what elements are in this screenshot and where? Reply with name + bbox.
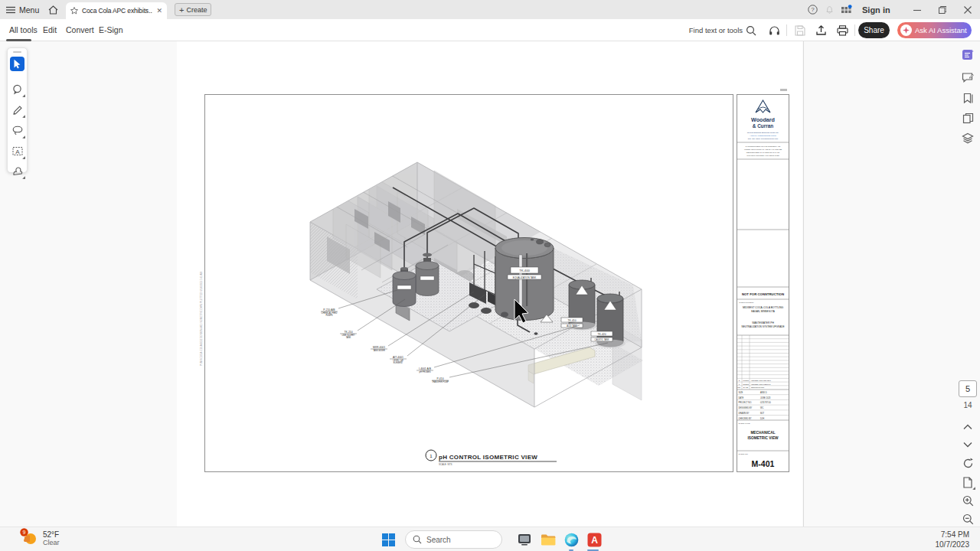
- home-icon: [48, 5, 58, 15]
- page-view-button[interactable]: [961, 475, 975, 489]
- pages-panel-button[interactable]: [961, 111, 975, 125]
- svg-text:PUMPS: PUMPS: [325, 314, 332, 317]
- document-tab[interactable]: Coca Cola APC exhibits... ✕: [66, 2, 167, 19]
- select-tool-button[interactable]: [10, 57, 24, 71]
- draw-tool-button[interactable]: [10, 103, 24, 117]
- task-view-button[interactable]: [516, 531, 533, 548]
- sign-in-button[interactable]: Sign in: [862, 2, 890, 17]
- task-view-icon: [518, 533, 531, 546]
- panel-divider: [803, 41, 804, 527]
- stamp-icon: [12, 166, 23, 176]
- next-page-button[interactable]: [961, 438, 975, 452]
- ask-ai-label: Ask AI Assistant: [915, 26, 967, 34]
- folder-icon: [541, 533, 556, 546]
- svg-text:SHEET TITLE: SHEET TITLE: [739, 422, 750, 425]
- acrobat-window: Menu Coca Cola APC exhibits... ✕ + Creat…: [0, 0, 980, 551]
- svg-text:DJH: DJH: [760, 417, 764, 420]
- svg-text:A: A: [15, 148, 20, 155]
- comment-tool-button[interactable]: [10, 82, 24, 96]
- bookmarks-panel-button[interactable]: [961, 91, 975, 105]
- page-number-input[interactable]: 5: [959, 380, 977, 397]
- plot-stamp: P:\MN\COCA-COLA\0231787.00\M-401 ISOMETR…: [200, 271, 203, 366]
- upload-share-button[interactable]: [815, 24, 828, 37]
- svg-text:LEVEL / pH: LEVEL / pH: [393, 359, 403, 362]
- clock-date: 10/7/2023: [936, 540, 970, 550]
- tab-convert[interactable]: Convert: [66, 19, 94, 41]
- zoom-in-button[interactable]: [961, 494, 975, 507]
- svg-text:800.426.4262 | woodardcurran.c: 800.426.4262 | woodardcurran.com: [748, 138, 778, 140]
- sheet-title-1: MECHANICAL: [750, 431, 775, 435]
- svg-text:AIT-4001: AIT-4001: [393, 356, 403, 359]
- highlight-tool-button[interactable]: [10, 123, 24, 138]
- tab-edit[interactable]: Edit: [43, 19, 57, 41]
- lasso-icon: [12, 126, 23, 135]
- search-tool-button[interactable]: [744, 24, 757, 37]
- close-button[interactable]: [956, 0, 979, 19]
- comments-panel-button[interactable]: [961, 70, 975, 84]
- svg-text:DATE: DATE: [739, 396, 744, 399]
- ai-summary-panel-button[interactable]: [961, 48, 975, 62]
- all-tools-label: All tools: [9, 25, 38, 34]
- svg-text:0231787.00: 0231787.00: [760, 401, 771, 404]
- taskbar-search[interactable]: Search: [405, 530, 502, 549]
- svg-text:A: A: [591, 534, 598, 545]
- help-icon: ?: [808, 5, 818, 15]
- menu-button[interactable]: Menu: [6, 2, 39, 17]
- notifications-button[interactable]: [822, 2, 836, 17]
- svg-text:ANSI D: ANSI D: [760, 391, 767, 394]
- svg-text:MJT: MJT: [760, 412, 764, 415]
- caption-title: pH CONTROL ISOMETRIC VIEW: [439, 454, 537, 461]
- tab-close-icon[interactable]: ✕: [156, 8, 162, 15]
- upload-icon: [815, 24, 827, 36]
- save-button[interactable]: [793, 24, 806, 37]
- home-button[interactable]: [44, 2, 61, 17]
- select-arrow-icon: [13, 59, 21, 69]
- svg-text:DATE: DATE: [743, 386, 749, 389]
- previous-page-button[interactable]: [961, 420, 975, 434]
- help-button[interactable]: ?: [805, 2, 819, 17]
- svg-text:CLIENT/PROJECT: CLIENT/PROJECT: [739, 302, 754, 303]
- read-aloud-button[interactable]: [768, 24, 781, 37]
- taskbar-clock[interactable]: 7:54 PM 10/7/2023: [936, 530, 970, 549]
- acrobat-taskbar-button[interactable]: A: [586, 531, 603, 548]
- svg-text:TRANSFER PUMP: TRANSFER PUMP: [432, 380, 449, 383]
- file-explorer-button[interactable]: [540, 531, 557, 548]
- find-text-button[interactable]: Find text or tools: [689, 19, 743, 41]
- svg-text:35 New England Business Center: 35 New England Business Center Dr.: [747, 132, 779, 134]
- apps-grid-icon: [841, 5, 852, 15]
- windows-logo-icon: [382, 533, 395, 546]
- zoom-out-button[interactable]: [961, 512, 975, 526]
- start-button[interactable]: [380, 531, 397, 548]
- svg-text:ISSUED FOR PERMIT: ISSUED FOR PERMIT: [751, 383, 771, 386]
- edge-icon: [564, 533, 579, 547]
- maximize-button[interactable]: [931, 0, 954, 19]
- svg-text:ISSUED FOR REVIEW: ISSUED FOR REVIEW: [751, 380, 771, 382]
- stamp-tool-button[interactable]: [10, 164, 24, 178]
- edge-browser-button[interactable]: [563, 531, 580, 548]
- svg-text:NO.: NO.: [737, 386, 741, 389]
- weather-alert-badge: 9: [20, 528, 28, 536]
- caption-scale: SCALE: NTS: [439, 463, 452, 466]
- create-button[interactable]: + Create: [175, 3, 211, 16]
- rotate-page-button[interactable]: [961, 456, 975, 470]
- text-select-tool-button[interactable]: A: [10, 144, 24, 158]
- rail-drag-handle[interactable]: [13, 51, 21, 53]
- ask-ai-assistant-button[interactable]: Ask AI Assistant: [897, 22, 972, 38]
- tab-esign[interactable]: E-Sign: [99, 19, 123, 41]
- edit-label: Edit: [43, 25, 57, 34]
- weather-temp: 52°F: [43, 530, 60, 539]
- close-icon: [964, 6, 972, 14]
- zoom-out-icon: [962, 514, 974, 525]
- comment-bubble-icon: [962, 72, 974, 83]
- svg-text:6/2023: 6/2023: [743, 380, 749, 382]
- svg-text:9: 9: [23, 530, 26, 535]
- print-button[interactable]: [836, 24, 849, 37]
- weather-widget[interactable]: 9 52°F Clear: [21, 530, 60, 546]
- layers-panel-button[interactable]: [961, 131, 975, 145]
- minimize-button[interactable]: [906, 0, 929, 19]
- share-button[interactable]: Share: [858, 22, 890, 38]
- tab-all-tools[interactable]: All tools: [9, 19, 38, 41]
- firm-name-2: & Curran: [753, 123, 773, 129]
- apps-button[interactable]: [839, 2, 853, 17]
- client-name: MIDWEST COCA-COLA BOTTLING: [743, 306, 784, 309]
